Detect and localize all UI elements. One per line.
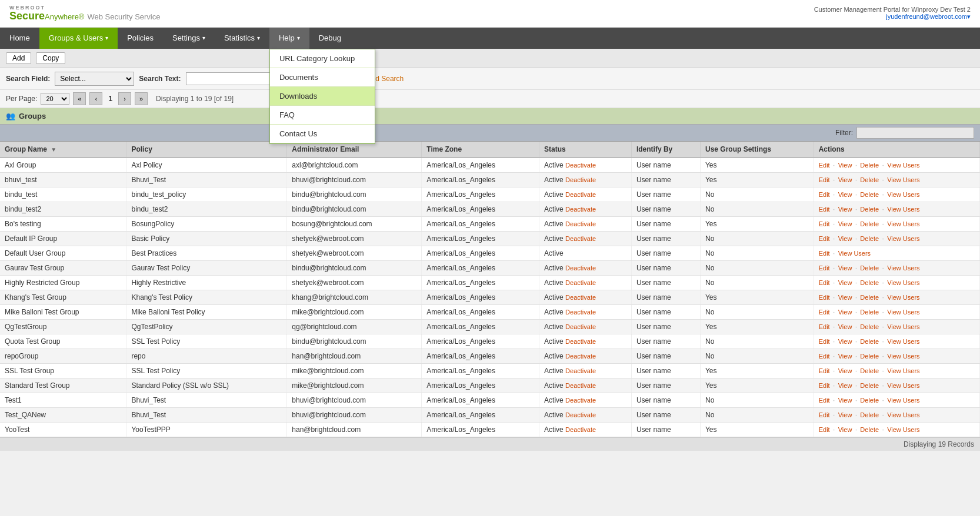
action-link-edit[interactable]: Edit bbox=[819, 176, 830, 183]
action-link-view[interactable]: View bbox=[838, 176, 852, 183]
deactivate-button[interactable]: Deactivate bbox=[565, 323, 596, 330]
action-link-view[interactable]: View bbox=[838, 367, 852, 374]
action-link-view-users[interactable]: View Users bbox=[887, 367, 919, 374]
action-link-delete[interactable]: Delete bbox=[860, 426, 879, 433]
action-link-delete[interactable]: Delete bbox=[860, 323, 879, 330]
action-link-view[interactable]: View bbox=[838, 264, 852, 272]
action-link-view[interactable]: View bbox=[838, 397, 852, 404]
action-link-view-users[interactable]: View Users bbox=[887, 411, 919, 418]
action-link-edit[interactable]: Edit bbox=[819, 411, 830, 418]
action-link-delete[interactable]: Delete bbox=[860, 279, 879, 286]
action-link-edit[interactable]: Edit bbox=[819, 264, 830, 272]
action-link-edit[interactable]: Edit bbox=[819, 250, 830, 257]
action-link-view-users[interactable]: View Users bbox=[887, 294, 919, 301]
action-link-edit[interactable]: Edit bbox=[819, 191, 830, 198]
action-link-edit[interactable]: Edit bbox=[819, 367, 830, 374]
action-link-view-users[interactable]: View Users bbox=[887, 323, 919, 330]
action-link-view-users[interactable]: View Users bbox=[887, 235, 919, 242]
action-link-view-users[interactable]: View Users bbox=[887, 264, 919, 272]
action-link-delete[interactable]: Delete bbox=[860, 206, 879, 213]
action-link-delete[interactable]: Delete bbox=[860, 294, 879, 301]
deactivate-button[interactable]: Deactivate bbox=[565, 162, 596, 169]
action-link-delete[interactable]: Delete bbox=[860, 264, 879, 272]
deactivate-button[interactable]: Deactivate bbox=[565, 397, 596, 404]
action-link-edit[interactable]: Edit bbox=[819, 323, 830, 330]
user-email[interactable]: jyudenfreund@webroot.com▾ bbox=[814, 13, 971, 21]
action-link-edit[interactable]: Edit bbox=[819, 309, 830, 316]
action-link-delete[interactable]: Delete bbox=[860, 235, 879, 242]
action-link-view-users[interactable]: View Users bbox=[887, 309, 919, 316]
action-link-delete[interactable]: Delete bbox=[860, 397, 879, 404]
action-link-view[interactable]: View bbox=[838, 235, 852, 242]
action-link-edit[interactable]: Edit bbox=[819, 353, 830, 360]
action-link-view[interactable]: View bbox=[838, 220, 852, 227]
deactivate-button[interactable]: Deactivate bbox=[565, 264, 596, 272]
action-link-edit[interactable]: Edit bbox=[819, 235, 830, 242]
action-link-view-users[interactable]: View Users bbox=[838, 250, 871, 257]
action-link-view-users[interactable]: View Users bbox=[887, 220, 919, 227]
action-link-view[interactable]: View bbox=[838, 426, 852, 433]
action-link-edit[interactable]: Edit bbox=[819, 294, 830, 301]
dropdown-url-category-lookup[interactable]: URL Category Lookup bbox=[270, 49, 375, 68]
action-link-view-users[interactable]: View Users bbox=[887, 176, 919, 183]
action-link-view[interactable]: View bbox=[838, 411, 852, 418]
deactivate-button[interactable]: Deactivate bbox=[565, 279, 596, 286]
action-link-edit[interactable]: Edit bbox=[819, 162, 830, 169]
deactivate-button[interactable]: Deactivate bbox=[565, 235, 596, 242]
col-group-name[interactable]: Group Name ▼ bbox=[0, 142, 126, 158]
action-link-delete[interactable]: Delete bbox=[860, 176, 879, 183]
action-link-delete[interactable]: Delete bbox=[860, 411, 879, 418]
action-link-delete[interactable]: Delete bbox=[860, 367, 879, 374]
nav-statistics[interactable]: Statistics ▾ bbox=[215, 28, 269, 49]
action-link-view-users[interactable]: View Users bbox=[887, 162, 919, 169]
nav-help[interactable]: Help ▾ URL Category Lookup Documents Dow… bbox=[269, 28, 309, 49]
action-link-view-users[interactable]: View Users bbox=[887, 279, 919, 286]
add-button[interactable]: Add bbox=[6, 52, 31, 64]
action-link-view-users[interactable]: View Users bbox=[887, 397, 919, 404]
nav-debug[interactable]: Debug bbox=[309, 28, 351, 49]
nav-settings[interactable]: Settings ▾ bbox=[163, 28, 215, 49]
copy-button[interactable]: Copy bbox=[36, 52, 65, 64]
nav-home[interactable]: Home bbox=[0, 28, 39, 49]
action-link-edit[interactable]: Edit bbox=[819, 206, 830, 213]
action-link-delete[interactable]: Delete bbox=[860, 191, 879, 198]
action-link-view[interactable]: View bbox=[838, 323, 852, 330]
action-link-view[interactable]: View bbox=[838, 279, 852, 286]
action-link-delete[interactable]: Delete bbox=[860, 353, 879, 360]
per-page-select[interactable]: 10 20 50 100 bbox=[41, 93, 69, 105]
next-page-button[interactable]: › bbox=[118, 92, 131, 105]
nav-groups-users[interactable]: Groups & Users ▾ bbox=[39, 28, 118, 49]
action-link-delete[interactable]: Delete bbox=[860, 309, 879, 316]
deactivate-button[interactable]: Deactivate bbox=[565, 426, 596, 433]
action-link-view[interactable]: View bbox=[838, 338, 852, 345]
action-link-view-users[interactable]: View Users bbox=[887, 191, 919, 198]
action-link-edit[interactable]: Edit bbox=[819, 382, 830, 389]
action-link-view-users[interactable]: View Users bbox=[887, 426, 919, 433]
action-link-edit[interactable]: Edit bbox=[819, 220, 830, 227]
dropdown-faq[interactable]: FAQ bbox=[270, 106, 375, 125]
action-link-delete[interactable]: Delete bbox=[860, 162, 879, 169]
prev-page-button[interactable]: ‹ bbox=[89, 92, 102, 105]
action-link-view[interactable]: View bbox=[838, 162, 852, 169]
action-link-delete[interactable]: Delete bbox=[860, 338, 879, 345]
action-link-delete[interactable]: Delete bbox=[860, 220, 879, 227]
deactivate-button[interactable]: Deactivate bbox=[565, 176, 596, 183]
deactivate-button[interactable]: Deactivate bbox=[565, 294, 596, 301]
action-link-view[interactable]: View bbox=[838, 382, 852, 389]
deactivate-button[interactable]: Deactivate bbox=[565, 353, 596, 360]
deactivate-button[interactable]: Deactivate bbox=[565, 382, 596, 389]
deactivate-button[interactable]: Deactivate bbox=[565, 338, 596, 345]
nav-policies[interactable]: Policies bbox=[118, 28, 163, 49]
action-link-view[interactable]: View bbox=[838, 206, 852, 213]
search-field-select[interactable]: Select... Group Name Policy Administrato… bbox=[55, 72, 134, 86]
last-page-button[interactable]: » bbox=[135, 92, 148, 105]
action-link-edit[interactable]: Edit bbox=[819, 426, 830, 433]
action-link-edit[interactable]: Edit bbox=[819, 279, 830, 286]
deactivate-button[interactable]: Deactivate bbox=[565, 191, 596, 198]
action-link-view[interactable]: View bbox=[838, 353, 852, 360]
deactivate-button[interactable]: Deactivate bbox=[565, 220, 596, 227]
action-link-edit[interactable]: Edit bbox=[819, 397, 830, 404]
deactivate-button[interactable]: Deactivate bbox=[565, 206, 596, 213]
action-link-view-users[interactable]: View Users bbox=[887, 206, 919, 213]
action-link-view[interactable]: View bbox=[838, 191, 852, 198]
